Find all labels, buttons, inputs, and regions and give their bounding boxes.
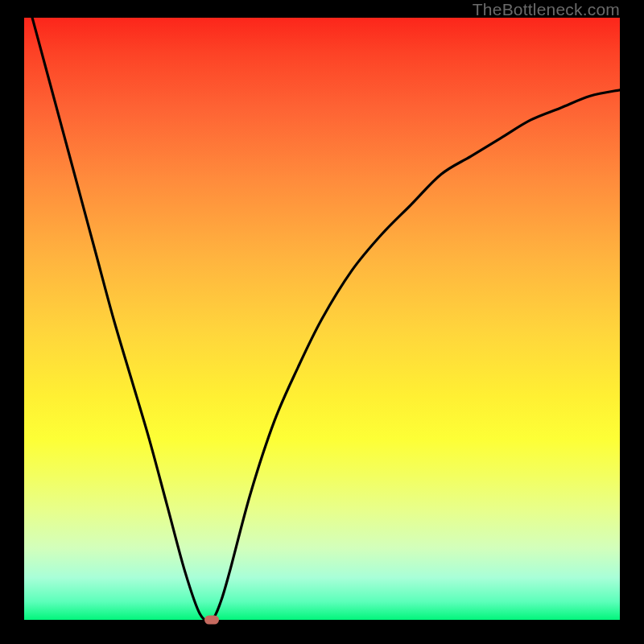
plot-area [24,18,620,620]
watermark-text: TheBottleneck.com [473,0,620,19]
bottleneck-curve [24,18,620,620]
curve-svg [24,18,620,620]
chart-frame: TheBottleneck.com [0,0,644,644]
optimal-point-marker [204,616,219,625]
